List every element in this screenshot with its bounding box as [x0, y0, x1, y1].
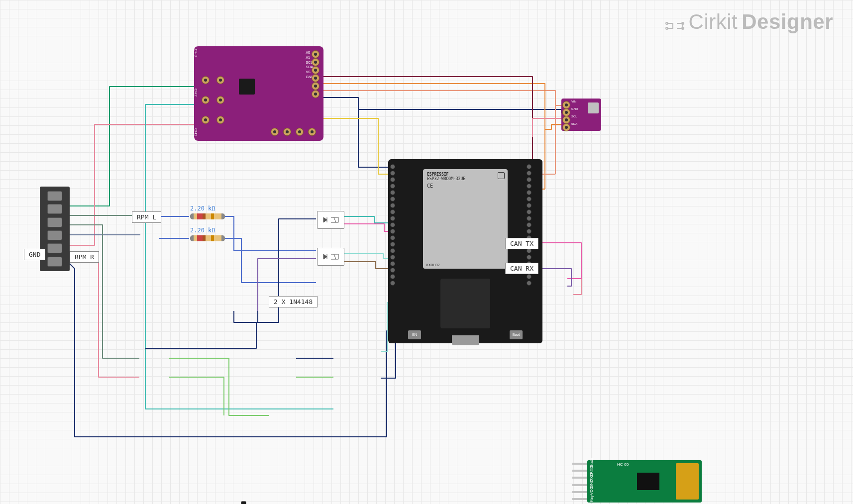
esp32-shield: ESPRESSIF ESP32-WROOM-32UE CE XXDH32	[423, 169, 508, 269]
diode-1n4148-1[interactable]	[241, 502, 246, 504]
schematic-canvas[interactable]: Cirkit Designer	[0, 0, 853, 504]
optocoupler-1[interactable]	[317, 211, 344, 229]
resistor-2[interactable]	[190, 235, 225, 241]
resistor-2-label: 2.20 kΩ	[190, 227, 215, 234]
can-tx-label: CAN TX	[505, 238, 538, 249]
diode-pair-label: 2 X 1N4148	[269, 296, 318, 307]
gnd-label: GND	[24, 249, 45, 260]
rpm-l-label: RPM L	[132, 211, 161, 223]
esp32-devboard[interactable]: ESPRESSIF ESP32-WROOM-32UE CE XXDH32 EN …	[388, 159, 542, 343]
resistor-1-label: 2.20 kΩ	[190, 205, 215, 212]
bme280-sensor[interactable]: VIN GND SCL SDA	[561, 99, 601, 131]
rpm-r-label: RPM R	[70, 251, 99, 263]
product-name: Designer	[742, 10, 833, 34]
hc05-bluetooth[interactable]: State RXD TXD GND VCC Key HC-05	[587, 460, 702, 503]
optocoupler-2[interactable]	[317, 248, 344, 266]
can-rx-label: CAN RX	[505, 263, 538, 274]
brand-name: Cirkit	[689, 10, 738, 34]
ina3221-sensor[interactable]: A0A1SCLSDAVSGND CH3 CH2 CH1	[194, 46, 323, 141]
circuit-icon	[665, 14, 685, 29]
watermark-logo: Cirkit Designer	[665, 10, 833, 34]
resistor-1[interactable]	[190, 213, 225, 219]
